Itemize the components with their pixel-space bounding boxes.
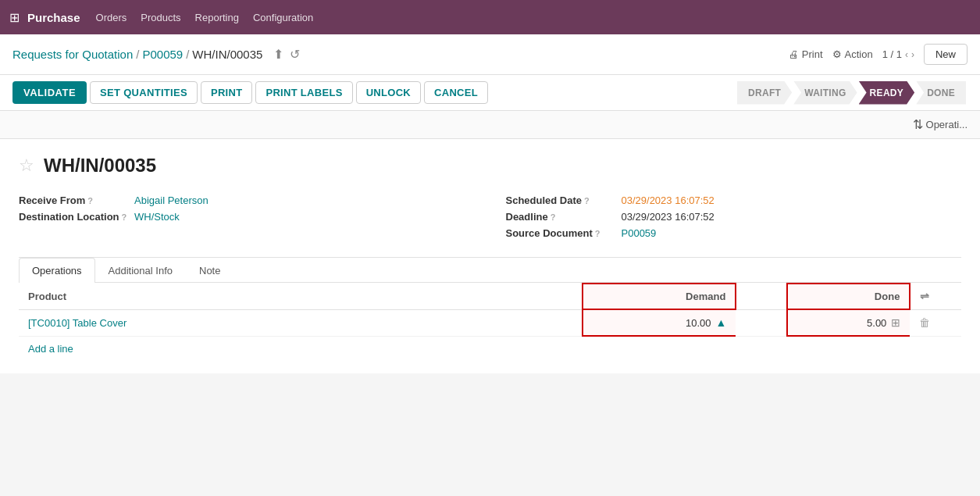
status-done[interactable]: DONE	[916, 81, 966, 105]
demand-cell: 10.00 ▲	[583, 309, 736, 336]
header-right: 🖨 Print ⚙ Action 1 / 1 ‹ › New	[789, 44, 968, 65]
demand-value: 10.00	[686, 317, 711, 329]
receive-from-label: Receive From ?	[19, 194, 128, 206]
breadcrumb: Requests for Quotation / P00059 / WH/IN/…	[12, 47, 300, 62]
table-row: [TC0010] Table Cover 10.00 ▲ 5.00 ⊞	[19, 309, 961, 336]
th-actions: ⇌	[910, 284, 961, 309]
status-ready[interactable]: READY	[859, 81, 915, 105]
tabs-area: Operations Additional Info Note Product …	[19, 257, 961, 361]
refresh-icon[interactable]: ↺	[290, 47, 300, 62]
nav-configuration[interactable]: Configuration	[253, 9, 313, 27]
top-nav: ⊞ Purchase Orders Products Reporting Con…	[0, 0, 980, 34]
source-doc-value[interactable]: P00059	[622, 227, 657, 239]
deadline-help[interactable]: ?	[551, 212, 556, 222]
th-product: Product	[19, 284, 583, 309]
delete-row-icon[interactable]: 🗑	[919, 316, 930, 329]
nav-orders[interactable]: Orders	[96, 9, 127, 27]
product-cell[interactable]: [TC0010] Table Cover	[19, 309, 583, 336]
tab-additional-info[interactable]: Additional Info	[95, 258, 186, 283]
record-heading: WH/IN/00035	[44, 155, 156, 177]
done-value: 5.00	[867, 317, 886, 329]
main-content: ☆ WH/IN/00035 Receive From ? Abigail Pet…	[0, 139, 980, 373]
grid-icon[interactable]: ⊞	[9, 10, 20, 25]
print-button-action[interactable]: PRINT	[201, 81, 253, 104]
tabs-nav: Operations Additional Info Note	[19, 258, 961, 283]
receive-from-value[interactable]: Abigail Peterson	[134, 194, 208, 206]
th-done: Done	[787, 284, 910, 309]
destination-help[interactable]: ?	[122, 212, 127, 222]
set-quantities-button[interactable]: SET QUANTITIES	[90, 81, 198, 104]
status-bar: DRAFT WAITING READY DONE	[737, 81, 968, 105]
upload-icon[interactable]: ⬆	[273, 47, 283, 62]
nav-reporting[interactable]: Reporting	[195, 9, 239, 27]
destination-location-row: Destination Location ? WH/Stock	[19, 209, 475, 225]
done-cell: 5.00 ⊞	[787, 309, 910, 336]
tab-operations[interactable]: Operations	[19, 258, 95, 283]
gear-icon: ⚙	[832, 48, 842, 60]
record-title: ☆ WH/IN/00035	[19, 155, 961, 177]
operations-table: Product Demand Done ⇌ [TC0010] Table Cov…	[19, 283, 961, 337]
printer-icon: 🖨	[789, 48, 799, 60]
print-labels-button[interactable]: PRINT LABELS	[255, 81, 352, 104]
action-bar: VALIDATE SET QUANTITIES PRINT PRINT LABE…	[0, 75, 980, 111]
deadline-value: 03/29/2023 16:07:52	[622, 211, 715, 223]
tab-note[interactable]: Note	[186, 258, 233, 283]
breadcrumb-whin: WH/IN/00035	[192, 48, 262, 61]
forecast-chart-icon[interactable]: ▲	[716, 316, 727, 329]
print-button[interactable]: 🖨 Print	[789, 48, 823, 60]
destination-label: Destination Location ?	[19, 211, 128, 223]
operati-bar: ⇅ Operati...	[0, 111, 980, 139]
status-draft[interactable]: DRAFT	[737, 81, 792, 105]
receive-from-help[interactable]: ?	[87, 196, 93, 205]
deadline-label: Deadline ?	[506, 211, 615, 223]
breadcrumb-p00059[interactable]: P00059	[142, 48, 183, 61]
validate-button[interactable]: VALIDATE	[12, 81, 87, 104]
adjust-columns-icon[interactable]: ⇌	[920, 290, 929, 302]
sort-icon: ⇅	[913, 117, 923, 132]
app-name[interactable]: Purchase	[27, 11, 80, 24]
receive-from-row: Receive From ? Abigail Peterson	[19, 192, 475, 209]
operati-button[interactable]: ⇅ Operati...	[913, 117, 968, 132]
destination-value[interactable]: WH/Stock	[134, 211, 180, 223]
next-arrow[interactable]: ›	[911, 49, 914, 60]
fields-grid: Receive From ? Abigail Peterson Destinat…	[19, 192, 961, 241]
detail-grid-icon[interactable]: ⊞	[891, 316, 900, 329]
row-actions: 🗑	[910, 309, 961, 336]
scheduled-date-help[interactable]: ?	[584, 196, 590, 205]
page-header: Requests for Quotation / P00059 / WH/IN/…	[0, 34, 980, 75]
breadcrumb-rfq[interactable]: Requests for Quotation	[12, 48, 133, 61]
scheduled-date-row: Scheduled Date ? 03/29/2023 16:07:52	[506, 192, 962, 209]
th-demand: Demand	[583, 284, 736, 309]
unlock-button[interactable]: UNLOCK	[356, 81, 421, 104]
source-doc-label: Source Document ?	[506, 227, 615, 239]
status-waiting[interactable]: WAITING	[793, 81, 857, 105]
source-doc-help[interactable]: ?	[595, 229, 600, 238]
scheduled-date-label: Scheduled Date ?	[506, 194, 615, 206]
action-button[interactable]: ⚙ Action	[832, 48, 873, 60]
favorite-star[interactable]: ☆	[19, 155, 34, 176]
scheduled-date-value: 03/29/2023 16:07:52	[622, 194, 715, 206]
row-spacer	[736, 309, 787, 336]
pager: 1 / 1 ‹ ›	[882, 48, 914, 60]
cancel-button[interactable]: CANCEL	[424, 81, 488, 104]
add-line-button[interactable]: Add a line	[19, 337, 83, 361]
source-doc-row: Source Document ? P00059	[506, 225, 962, 241]
prev-arrow[interactable]: ‹	[905, 49, 908, 60]
nav-products[interactable]: Products	[141, 9, 180, 27]
deadline-row: Deadline ? 03/29/2023 16:07:52	[506, 209, 962, 225]
th-spacer	[736, 284, 787, 309]
new-button[interactable]: New	[924, 44, 968, 65]
